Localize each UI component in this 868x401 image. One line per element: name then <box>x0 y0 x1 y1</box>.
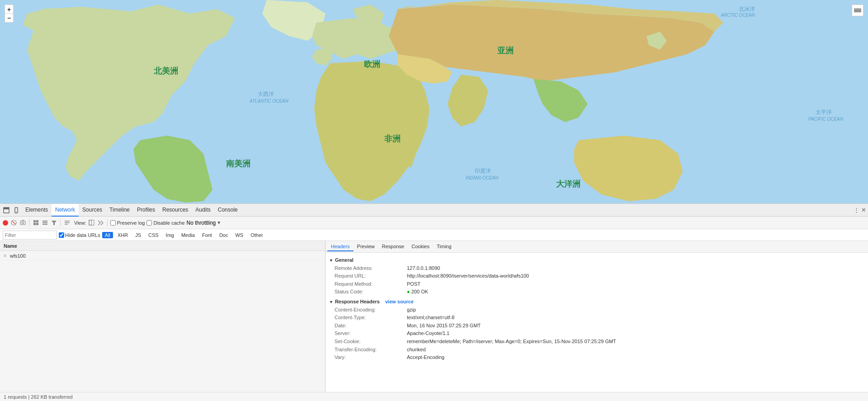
preserve-log-checkbox[interactable] <box>110 220 116 226</box>
view-icon-2[interactable] <box>97 219 104 226</box>
transfer-encoding-key: Transfer-Encoding: <box>335 346 407 354</box>
filter-font-button[interactable]: Font <box>199 232 215 238</box>
detail-tab-headers[interactable]: Headers <box>327 242 354 251</box>
view-list-button[interactable] <box>41 219 48 226</box>
tab-sources[interactable]: Sources <box>79 204 106 217</box>
tab-console[interactable]: Console <box>214 204 241 217</box>
stop-recording-button[interactable] <box>10 219 17 226</box>
status-dot: ● <box>407 289 410 294</box>
close-devtools-button[interactable]: ✕ <box>861 207 866 213</box>
date-row: Date: Mon, 16 Nov 2015 07:25:29 GMT <box>329 322 864 330</box>
name-column-header: Name <box>2 243 19 249</box>
mobile-button[interactable] <box>12 206 21 215</box>
tab-profiles[interactable]: Profiles <box>133 204 159 217</box>
status-code-key: Status Code: <box>335 288 407 296</box>
filter-xhr-button[interactable]: XHR <box>115 232 131 238</box>
view-source-link[interactable]: view source <box>385 298 414 306</box>
screenshot-button[interactable] <box>19 219 26 226</box>
svg-marker-19 <box>52 221 57 225</box>
record-button[interactable] <box>3 220 8 226</box>
server-value: Apache-Coyote/1.1 <box>407 330 449 338</box>
filter-img-button[interactable]: Img <box>163 232 177 238</box>
hide-data-urls-checkbox[interactable] <box>59 232 64 238</box>
svg-rect-12 <box>33 220 36 222</box>
view-text-button[interactable] <box>63 219 71 226</box>
request-list-header: Name <box>0 241 325 251</box>
svg-rect-10 <box>20 221 25 225</box>
detail-tab-preview[interactable]: Preview <box>354 242 378 251</box>
view-icon-1[interactable] <box>88 219 95 226</box>
disable-cache-label[interactable]: Disable cache <box>146 220 184 226</box>
request-url-value: http://localhost:8090/iserver/services/d… <box>407 272 529 280</box>
transfer-encoding-value: chunked <box>407 346 426 354</box>
disable-cache-checkbox[interactable] <box>146 220 152 226</box>
request-list-items: × wfs100 <box>0 251 325 392</box>
filter-button[interactable] <box>50 219 57 226</box>
remote-address-key: Remote Address: <box>335 264 407 273</box>
general-section-label: General <box>335 256 354 264</box>
svg-rect-17 <box>42 222 47 223</box>
content-encoding-value: gzip <box>407 306 416 314</box>
filter-bar: Hide data URLs All XHR JS CSS Img Media … <box>0 229 868 241</box>
date-key: Date: <box>335 322 407 330</box>
throttle-section: No throttling ▼ <box>187 220 222 226</box>
filter-doc-button[interactable]: Doc <box>217 232 231 238</box>
view-label: View: <box>74 220 86 226</box>
filter-media-button[interactable]: Media <box>179 232 198 238</box>
devtools-main-content: Name × wfs100 Headers Preview Response C… <box>0 241 868 392</box>
no-throttling-text: No throttling <box>187 220 216 226</box>
filter-js-button[interactable]: JS <box>132 232 144 238</box>
vary-key: Vary: <box>335 354 407 362</box>
request-close-icon[interactable]: × <box>2 253 8 259</box>
request-url-key: Request URL: <box>335 272 407 280</box>
layers-button[interactable] <box>852 5 863 16</box>
set-cookie-value: rememberMe=deleteMe; Path=/iserver; Max-… <box>407 338 616 346</box>
filter-all-button[interactable]: All <box>102 232 113 238</box>
detail-tab-cookies[interactable]: Cookies <box>408 242 433 251</box>
devtools-tab-bar: Elements Network Sources Timeline Profil… <box>0 204 868 217</box>
tab-timeline[interactable]: Timeline <box>106 204 133 217</box>
filter-other-button[interactable]: Other <box>248 232 266 238</box>
tab-audits[interactable]: Audits <box>192 204 214 217</box>
details-content[interactable]: ▼ General Remote Address: 127.0.0.1:8090… <box>326 253 868 392</box>
svg-rect-16 <box>42 221 47 222</box>
hide-data-urls-label[interactable]: Hide data URLs <box>59 232 100 238</box>
content-type-key: Content-Type: <box>335 314 407 322</box>
tab-resources[interactable]: Resources <box>159 204 192 217</box>
remote-address-row: Remote Address: 127.0.0.1:8090 <box>329 264 864 273</box>
request-name: wfs100 <box>8 253 323 259</box>
svg-rect-1 <box>854 9 861 9</box>
status-text: 200 OK <box>411 289 428 294</box>
svg-point-7 <box>16 212 17 212</box>
separator-2 <box>60 219 61 226</box>
preserve-log-label[interactable]: Preserve log <box>110 220 145 226</box>
detail-tab-timing[interactable]: Timing <box>433 242 455 251</box>
svg-rect-13 <box>36 220 38 222</box>
filter-ws-button[interactable]: WS <box>232 232 246 238</box>
tab-elements[interactable]: Elements <box>22 204 52 217</box>
general-section-header[interactable]: ▼ General <box>329 256 864 264</box>
set-cookie-row: Set-Cookie: rememberMe=deleteMe; Path=/i… <box>329 338 864 346</box>
tab-network[interactable]: Network <box>52 204 79 217</box>
content-type-row: Content-Type: text/xml;charset=utf-8 <box>329 314 864 322</box>
filter-css-button[interactable]: CSS <box>146 232 161 238</box>
zoom-in-button[interactable]: + <box>5 5 14 14</box>
details-panel: Headers Preview Response Cookies Timing … <box>326 241 868 392</box>
response-headers-section-header[interactable]: ▼ Response Headers view source <box>329 298 864 306</box>
svg-rect-14 <box>33 223 36 225</box>
status-bar-text: 1 requests | 262 KB transferred <box>4 394 73 400</box>
filter-input[interactable] <box>3 231 57 240</box>
more-options-button[interactable]: ⋮ <box>854 207 859 213</box>
zoom-out-button[interactable]: − <box>5 14 14 23</box>
hide-data-urls-text: Hide data URLs <box>65 232 100 238</box>
dock-button[interactable] <box>2 206 11 215</box>
content-encoding-key: Content-Encoding: <box>335 306 407 314</box>
svg-rect-18 <box>42 224 47 225</box>
view-grid-button[interactable] <box>32 219 39 226</box>
request-method-value: POST <box>407 280 420 288</box>
map-container[interactable]: + − 北美洲 南美洲 欧洲 亚洲 非洲 大洋洲 北冰洋 ARCTIC OCEA… <box>0 0 868 203</box>
detail-tab-response[interactable]: Response <box>378 242 408 251</box>
request-item[interactable]: × wfs100 <box>0 251 325 261</box>
throttle-dropdown-icon[interactable]: ▼ <box>217 220 221 225</box>
transfer-encoding-row: Transfer-Encoding: chunked <box>329 346 864 354</box>
